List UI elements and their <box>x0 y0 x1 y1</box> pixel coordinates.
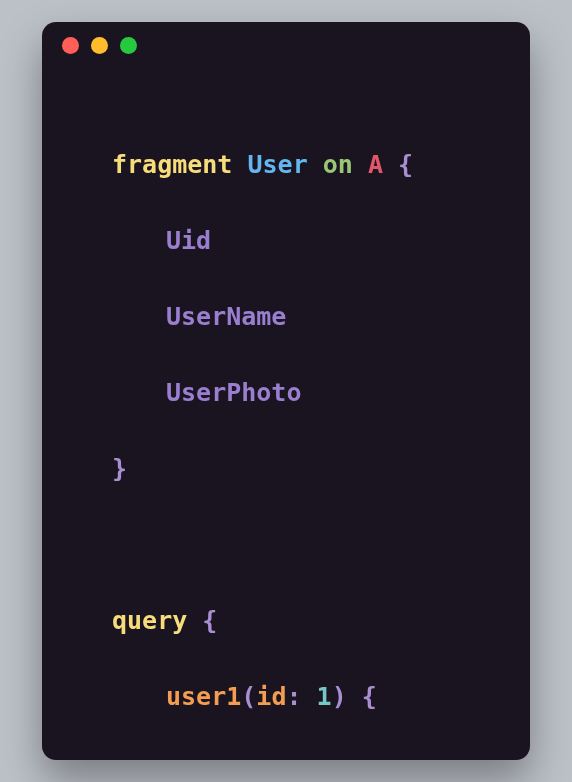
fragment-type: A <box>368 150 383 179</box>
colon: : <box>286 682 301 711</box>
field-username: UserName <box>166 302 286 331</box>
keyword-fragment: fragment <box>112 150 232 179</box>
spread-dots: ... <box>196 758 241 760</box>
arg-id: id <box>256 682 286 711</box>
field-uid: Uid <box>166 226 211 255</box>
zoom-icon[interactable] <box>120 37 137 54</box>
open-brace: { <box>362 682 377 711</box>
code-line: fragment User on A { <box>52 146 520 184</box>
code-line: ...User <box>52 754 520 760</box>
spread-user: User <box>241 758 301 760</box>
blank-line <box>52 526 520 564</box>
code-line: user1(id: 1) { <box>52 678 520 716</box>
field-userphoto: UserPhoto <box>166 378 301 407</box>
window-titlebar <box>42 22 530 68</box>
keyword-query: query <box>112 606 187 635</box>
keyword-on: on <box>323 150 353 179</box>
code-line: UserName <box>52 298 520 336</box>
code-line: Uid <box>52 222 520 260</box>
open-paren: ( <box>241 682 256 711</box>
field-user1: user1 <box>166 682 241 711</box>
code-line: query { <box>52 602 520 640</box>
close-brace: } <box>112 454 127 483</box>
minimize-icon[interactable] <box>91 37 108 54</box>
code-line: } <box>52 450 520 488</box>
close-paren: ) <box>332 682 347 711</box>
fragment-name: User <box>247 150 307 179</box>
close-icon[interactable] <box>62 37 79 54</box>
open-brace: { <box>202 606 217 635</box>
code-window: fragment User on A { Uid UserName UserPh… <box>42 22 530 760</box>
code-block: fragment User on A { Uid UserName UserPh… <box>42 68 530 760</box>
arg-value: 1 <box>317 682 332 711</box>
open-brace: { <box>398 150 413 179</box>
code-line: UserPhoto <box>52 374 520 412</box>
